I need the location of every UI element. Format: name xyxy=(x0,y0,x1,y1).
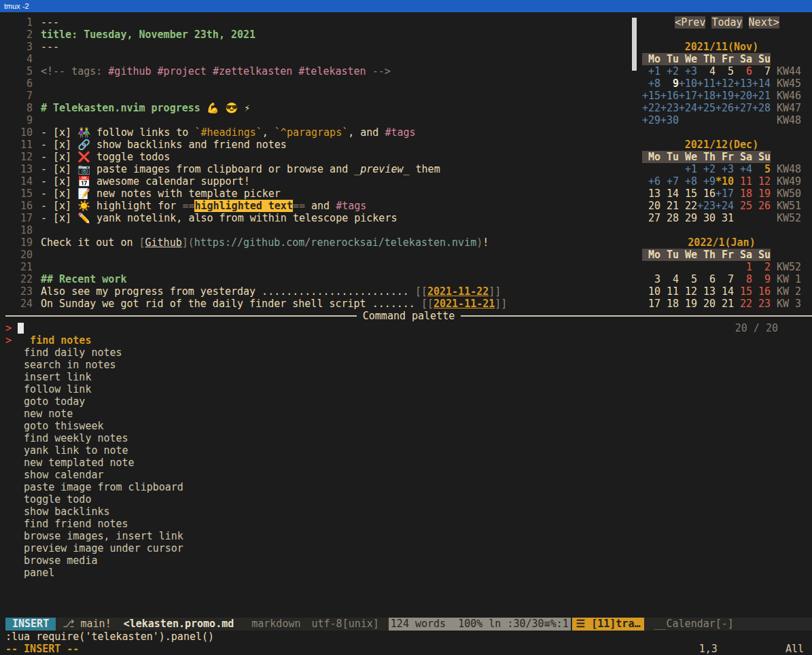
calendar-day[interactable]: 19 xyxy=(752,188,771,200)
calendar-day[interactable]: 5 xyxy=(752,163,771,175)
calendar-day[interactable]: +8 xyxy=(642,77,660,90)
calendar-day[interactable]: 30 xyxy=(697,212,716,224)
calendar-day[interactable]: 5 xyxy=(679,273,697,285)
calendar-day[interactable]: +29 xyxy=(642,114,660,126)
calendar-day[interactable]: 9 xyxy=(660,77,679,90)
calendar-day[interactable]: 11 xyxy=(734,175,752,188)
calendar-day[interactable]: +12 xyxy=(716,77,734,90)
calendar-day[interactable]: +3 xyxy=(716,163,734,175)
palette-item[interactable]: find friend notes xyxy=(5,518,812,530)
palette-item[interactable]: goto thisweek xyxy=(5,420,812,432)
palette-item[interactable]: show backlinks xyxy=(5,506,812,518)
calendar-next-button[interactable]: Next> xyxy=(749,16,779,29)
calendar-day[interactable]: 6 xyxy=(734,65,752,77)
calendar-day[interactable]: 5 xyxy=(716,65,734,77)
palette-item[interactable]: insert link xyxy=(5,371,812,383)
calendar-day[interactable]: +24 xyxy=(716,200,734,212)
calendar-day[interactable]: +3 xyxy=(679,65,697,77)
calendar-day[interactable]: 13 xyxy=(642,188,660,200)
calendar-day[interactable]: 9 xyxy=(752,273,771,285)
calendar-day[interactable]: 13 xyxy=(697,285,716,298)
palette-item[interactable]: find weekly notes xyxy=(5,432,812,444)
calendar-day[interactable]: +2 xyxy=(697,163,716,175)
calendar-day[interactable]: 3 xyxy=(642,273,660,285)
palette-item[interactable]: follow link xyxy=(5,383,812,395)
calendar-day[interactable]: +21 xyxy=(752,90,771,102)
palette-item[interactable]: > find notes xyxy=(5,334,812,347)
calendar-day[interactable]: +8 xyxy=(679,175,697,188)
palette-item[interactable]: paste image from clipboard xyxy=(5,481,812,493)
palette-item[interactable]: goto today xyxy=(5,395,812,408)
calendar-day[interactable]: +9 xyxy=(697,175,716,188)
calendar-day[interactable]: 2 xyxy=(752,261,771,273)
calendar-day[interactable]: 16 xyxy=(752,285,771,298)
calendar-day[interactable]: +6 xyxy=(642,175,660,188)
calendar-day[interactable]: 7 xyxy=(716,273,734,285)
calendar-day[interactable]: 7 xyxy=(752,65,771,77)
calendar-day[interactable]: +1 xyxy=(642,65,660,77)
calendar-day[interactable]: 21 xyxy=(660,200,679,212)
calendar-day[interactable]: +19 xyxy=(716,90,734,102)
editor-scrollbar-thumb[interactable] xyxy=(632,18,637,71)
palette-item[interactable]: toggle todo xyxy=(5,493,812,506)
palette-item[interactable]: search in notes xyxy=(5,359,812,371)
palette-item[interactable]: show calendar xyxy=(5,469,812,481)
calendar-day[interactable]: 14 xyxy=(660,188,679,200)
palette-item[interactable]: yank link to note xyxy=(5,444,812,457)
calendar-day[interactable]: 28 xyxy=(660,212,679,224)
calendar-day[interactable]: 22 xyxy=(734,298,752,310)
calendar-day[interactable]: +14 xyxy=(752,77,771,90)
calendar-day[interactable]: +7 xyxy=(660,175,679,188)
calendar-day[interactable]: +25 xyxy=(697,102,716,114)
calendar-day[interactable]: 15 xyxy=(679,188,697,200)
calendar-day[interactable]: 10 xyxy=(642,285,660,298)
calendar-day[interactable]: +28 xyxy=(752,102,771,114)
calendar-day[interactable]: +1 xyxy=(679,163,697,175)
calendar-day[interactable]: +20 xyxy=(734,90,752,102)
calendar-day[interactable]: 17 xyxy=(642,298,660,310)
calendar-day[interactable]: 22 xyxy=(679,200,697,212)
calendar-day[interactable]: +17 xyxy=(679,90,697,102)
calendar-day[interactable]: +16 xyxy=(660,90,679,102)
calendar-day[interactable]: 19 xyxy=(679,298,697,310)
calendar-day[interactable]: 26 xyxy=(752,200,771,212)
calendar-day[interactable]: 14 xyxy=(716,285,734,298)
calendar-day[interactable]: 18 xyxy=(660,298,679,310)
calendar-day[interactable]: 16 xyxy=(697,188,716,200)
calendar-day[interactable]: +10 xyxy=(679,77,697,90)
calendar-day[interactable]: +23 xyxy=(697,200,716,212)
palette-prompt-line[interactable]: > 20 / 20 xyxy=(5,322,812,334)
palette-item[interactable]: new note xyxy=(5,408,812,420)
calendar-day[interactable]: 20 xyxy=(642,200,660,212)
calendar-today-button[interactable]: Today xyxy=(711,16,742,29)
calendar-day[interactable]: 20 xyxy=(697,298,716,310)
calendar-day[interactable]: +17 xyxy=(716,188,734,200)
calendar-day[interactable]: 29 xyxy=(679,212,697,224)
palette-item[interactable]: new templated note xyxy=(5,457,812,469)
palette-item[interactable]: preview image under cursor xyxy=(5,542,812,554)
calendar-day[interactable]: +13 xyxy=(734,77,752,90)
calendar-day[interactable]: 11 xyxy=(660,285,679,298)
calendar-day[interactable]: 23 xyxy=(752,298,771,310)
calendar-day[interactable]: +11 xyxy=(697,77,716,90)
calendar-day[interactable]: 6 xyxy=(697,273,716,285)
calendar-day[interactable]: 31 xyxy=(716,212,734,224)
calendar-day[interactable]: +15 xyxy=(642,90,660,102)
calendar-day[interactable]: +22 xyxy=(642,102,660,114)
palette-item[interactable]: browse images, insert link xyxy=(5,530,812,542)
calendar-day[interactable]: +4 xyxy=(734,163,752,175)
calendar-day[interactable]: 12 xyxy=(679,285,697,298)
calendar-day[interactable]: 21 xyxy=(716,298,734,310)
palette-item[interactable]: panel xyxy=(5,567,812,579)
palette-item[interactable]: find daily notes xyxy=(5,347,812,359)
calendar-day[interactable]: +24 xyxy=(679,102,697,114)
calendar-day[interactable]: 25 xyxy=(734,200,752,212)
calendar-prev-button[interactable]: <Prev xyxy=(675,16,705,29)
calendar-day[interactable]: 8 xyxy=(734,273,752,285)
calendar-day[interactable]: +27 xyxy=(734,102,752,114)
calendar-day[interactable]: 4 xyxy=(697,65,716,77)
calendar-day[interactable]: +2 xyxy=(660,65,679,77)
calendar-day[interactable]: 4 xyxy=(660,273,679,285)
calendar-day[interactable]: +18 xyxy=(697,90,716,102)
calendar-day[interactable]: +23 xyxy=(660,102,679,114)
